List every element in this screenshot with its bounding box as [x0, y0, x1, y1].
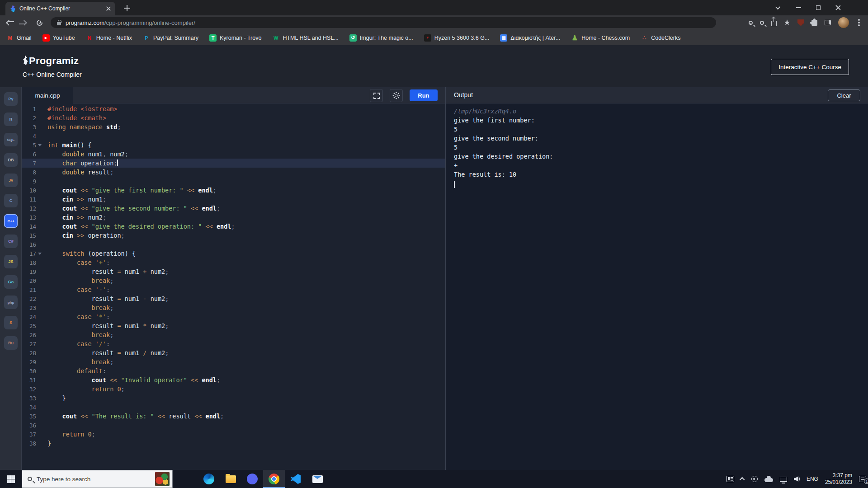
- code-line-20[interactable]: 20 break;: [22, 276, 445, 285]
- code-line-25[interactable]: 25 result = num1 * num2;: [22, 321, 445, 330]
- bookmark-item[interactable]: ♟Home - Chess.com: [571, 34, 630, 42]
- ublock-extension-icon[interactable]: 3: [797, 19, 804, 26]
- code-line-21[interactable]: 21 case '-':: [22, 285, 445, 294]
- extensions-puzzle-icon[interactable]: [811, 20, 817, 26]
- file-tab-main-cpp[interactable]: main.cpp: [22, 87, 73, 103]
- reload-button[interactable]: [33, 16, 46, 29]
- fold-marker-icon[interactable]: [38, 253, 42, 255]
- bookmark-item[interactable]: ▦Διακομιστής | Ater...: [500, 34, 560, 42]
- forward-button[interactable]: [17, 16, 31, 29]
- code-line-18[interactable]: 18 case '+':: [22, 258, 445, 267]
- code-line-16[interactable]: 16: [22, 240, 445, 249]
- start-button[interactable]: [0, 470, 22, 488]
- code-line-10[interactable]: 10 cout << "give the first number: " << …: [22, 186, 445, 195]
- code-line-13[interactable]: 13 cin >> num2;: [22, 213, 445, 222]
- bookmark-item[interactable]: TKyroman - Trovo: [209, 34, 261, 42]
- window-close-button[interactable]: [828, 0, 848, 15]
- taskbar-app-discord[interactable]: [241, 470, 263, 488]
- code-line-8[interactable]: 8 double result;: [22, 168, 445, 177]
- code-line-34[interactable]: 34: [22, 403, 445, 412]
- sidebar-item-sql[interactable]: SQL: [4, 133, 18, 146]
- code-line-28[interactable]: 28 result = num1 / num2;: [22, 348, 445, 357]
- code-line-26[interactable]: 26 break;: [22, 330, 445, 339]
- code-line-7[interactable]: 7 char operation;: [22, 159, 445, 168]
- sidebar-item-c[interactable]: C: [4, 194, 18, 207]
- back-button[interactable]: [2, 16, 15, 29]
- meet-now-button[interactable]: [751, 476, 758, 482]
- lock-icon[interactable]: [57, 22, 61, 25]
- sidebar-item-python[interactable]: Py: [4, 92, 18, 106]
- action-center-button[interactable]: 1: [859, 476, 866, 482]
- bookmark-item[interactable]: WHTML HSL and HSL...: [272, 34, 338, 42]
- taskbar-search-input[interactable]: Type here to search: [22, 470, 173, 488]
- search-icon[interactable]: [760, 21, 764, 25]
- theme-toggle-button[interactable]: [390, 89, 403, 102]
- tab-search-button[interactable]: [769, 0, 788, 15]
- sidebar-item-database[interactable]: DB: [4, 153, 18, 167]
- sidebar-item-cpp[interactable]: C++: [4, 214, 18, 228]
- browser-menu-icon[interactable]: [858, 22, 860, 23]
- bookmark-item[interactable]: ▶YouTube: [42, 34, 75, 42]
- code-line-11[interactable]: 11 cin >> num1;: [22, 195, 445, 204]
- taskbar-app-chrome[interactable]: [263, 470, 285, 488]
- run-button[interactable]: Run: [410, 89, 438, 101]
- bookmark-item[interactable]: MGmail: [6, 34, 32, 42]
- network-button[interactable]: [780, 477, 787, 482]
- code-line-4[interactable]: 4: [22, 131, 445, 141]
- code-line-38[interactable]: 38}: [22, 439, 445, 448]
- search-highlight-icon[interactable]: [155, 472, 170, 486]
- sidebar-item-r[interactable]: R: [4, 113, 18, 126]
- interactive-course-button[interactable]: Interactive C++ Course: [771, 59, 849, 75]
- taskbar-clock[interactable]: 3:37 pm 25/01/2023: [825, 472, 852, 486]
- news-and-interests-button[interactable]: [726, 476, 734, 482]
- taskbar-app-file-explorer[interactable]: [220, 470, 241, 488]
- bookmark-item[interactable]: ↺Imgur: The magic o...: [349, 34, 413, 42]
- code-line-6[interactable]: 6 double num1, num2;: [22, 150, 445, 159]
- code-area[interactable]: 1#include <iostream>2#include <cmath>3us…: [22, 103, 445, 470]
- taskbar-app-mail[interactable]: [307, 470, 328, 488]
- share-icon[interactable]: [771, 21, 777, 26]
- bookmark-item[interactable]: PPayPal: Summary: [143, 34, 198, 42]
- sidebar-item-go[interactable]: Go: [4, 275, 18, 289]
- code-line-33[interactable]: 33 }: [22, 394, 445, 403]
- code-line-9[interactable]: 9: [22, 177, 445, 186]
- onedrive-button[interactable]: [764, 476, 773, 482]
- new-tab-button[interactable]: [123, 4, 131, 12]
- code-line-2[interactable]: 2#include <cmath>: [22, 113, 445, 122]
- sidebar-item-javascript[interactable]: JS: [4, 255, 18, 268]
- code-line-27[interactable]: 27 case '/':: [22, 339, 445, 348]
- profile-avatar[interactable]: [838, 17, 849, 28]
- zoom-icon[interactable]: [749, 21, 753, 25]
- code-line-31[interactable]: 31 cout << "Invalid operator" << endl;: [22, 375, 445, 385]
- fold-marker-icon[interactable]: [38, 144, 42, 146]
- output-console[interactable]: /tmp/hUc3rxzRq4.ogive the first number:5…: [446, 103, 868, 188]
- code-line-30[interactable]: 30 default:: [22, 366, 445, 375]
- sidebar-item-swift[interactable]: S: [4, 316, 18, 329]
- programiz-logo[interactable]: Programiz: [23, 55, 79, 67]
- window-minimize-button[interactable]: [788, 0, 808, 15]
- code-line-37[interactable]: 37 return 0;: [22, 430, 445, 439]
- bookmark-item[interactable]: ∴CodeClerks: [641, 34, 680, 42]
- clear-button[interactable]: Clear: [828, 89, 860, 101]
- code-line-35[interactable]: 35 cout << "The result is: " << result <…: [22, 412, 445, 421]
- sidebar-item-php[interactable]: php: [4, 296, 18, 309]
- code-line-22[interactable]: 22 result = num1 - num2;: [22, 294, 445, 303]
- code-line-3[interactable]: 3using namespace std;: [22, 122, 445, 131]
- tab-close-icon[interactable]: [106, 6, 111, 11]
- volume-button[interactable]: [794, 476, 800, 482]
- side-panel-icon[interactable]: [825, 20, 831, 25]
- code-line-24[interactable]: 24 case '*':: [22, 312, 445, 321]
- code-line-23[interactable]: 23 break;: [22, 303, 445, 312]
- code-line-1[interactable]: 1#include <iostream>: [22, 104, 445, 113]
- code-line-12[interactable]: 12 cout << "give the second number: " <<…: [22, 204, 445, 213]
- bookmark-item[interactable]: ▼Ryzen 5 3600 3.6 G...: [424, 34, 490, 42]
- code-line-36[interactable]: 36: [22, 421, 445, 430]
- code-line-14[interactable]: 14 cout << "give the desired operation: …: [22, 222, 445, 231]
- sidebar-item-java[interactable]: Jv: [4, 174, 18, 187]
- bookmark-star-icon[interactable]: [784, 19, 790, 26]
- taskbar-app-edge[interactable]: [198, 470, 220, 488]
- code-line-19[interactable]: 19 result = num1 + num2;: [22, 267, 445, 276]
- code-line-15[interactable]: 15 cin >> operation;: [22, 231, 445, 240]
- browser-tab[interactable]: Online C++ Compiler: [5, 2, 115, 15]
- code-line-5[interactable]: 5int main() {: [22, 141, 445, 150]
